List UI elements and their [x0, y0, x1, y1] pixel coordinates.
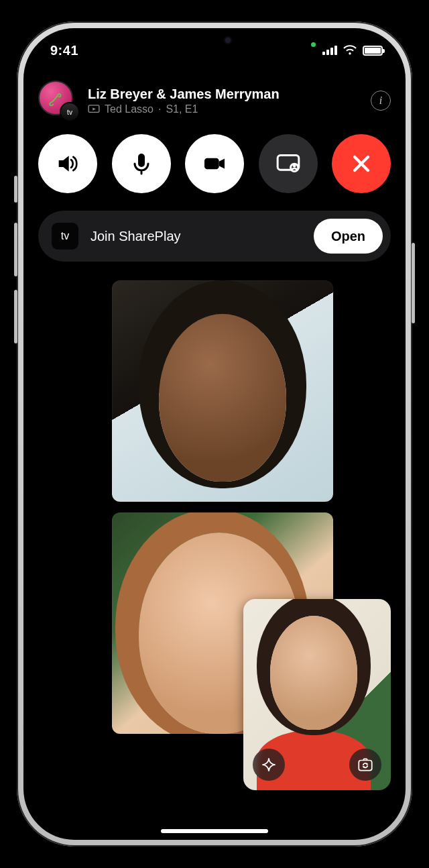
speaker-button[interactable]	[38, 134, 97, 193]
info-button[interactable]: i	[371, 91, 391, 111]
side-button	[14, 176, 17, 203]
status-right	[311, 45, 383, 56]
status-time: 9:41	[50, 43, 78, 58]
power-button	[412, 243, 415, 323]
avatar-sub-appletv: tv	[60, 102, 80, 122]
now-playing-subline: Ted Lasso · S1, E1	[88, 103, 361, 115]
camera-button[interactable]	[185, 134, 244, 193]
media-title: Ted Lasso	[105, 103, 154, 115]
volume-up-button	[14, 223, 17, 276]
appletv-app-icon: tv	[52, 223, 78, 250]
effects-button[interactable]	[253, 749, 285, 781]
camera-indicator-dot	[311, 42, 316, 47]
screen: 9:41 tv	[23, 28, 406, 840]
svg-rect-1	[138, 154, 145, 167]
flip-camera-button[interactable]	[349, 749, 381, 781]
mute-button[interactable]	[112, 134, 171, 193]
end-call-button[interactable]	[332, 134, 391, 193]
call-controls	[38, 134, 391, 193]
participant-tile-1[interactable]	[112, 280, 333, 502]
home-indicator[interactable]	[161, 829, 268, 833]
wifi-icon	[343, 45, 357, 56]
cellular-icon	[322, 46, 337, 55]
call-info: Liz Breyer & James Merryman Ted Lasso · …	[88, 87, 361, 115]
svg-point-5	[292, 164, 296, 168]
group-avatar: tv	[38, 80, 78, 121]
shareplay-banner[interactable]: tv Join SharePlay Open	[38, 211, 391, 262]
phone-frame: 9:41 tv	[17, 21, 412, 847]
shareplay-prompt: Join SharePlay	[90, 229, 302, 244]
battery-icon	[363, 46, 383, 56]
open-button[interactable]: Open	[314, 219, 383, 254]
video-tiles	[38, 280, 391, 790]
self-face	[270, 616, 357, 730]
svg-rect-6	[359, 761, 372, 771]
self-view-pip[interactable]	[243, 599, 391, 790]
svg-rect-2	[204, 158, 219, 170]
media-episode: S1, E1	[166, 103, 198, 115]
call-header[interactable]: tv Liz Breyer & James Merryman Ted Lasso…	[38, 80, 391, 121]
participants-title: Liz Breyer & James Merryman	[88, 87, 361, 102]
share-content-button[interactable]	[259, 134, 318, 193]
notch	[147, 28, 282, 52]
volume-down-button	[14, 290, 17, 343]
shareplay-icon	[88, 105, 100, 114]
facetime-overlay: tv Liz Breyer & James Merryman Ted Lasso…	[23, 75, 406, 840]
participant-face	[159, 314, 286, 482]
